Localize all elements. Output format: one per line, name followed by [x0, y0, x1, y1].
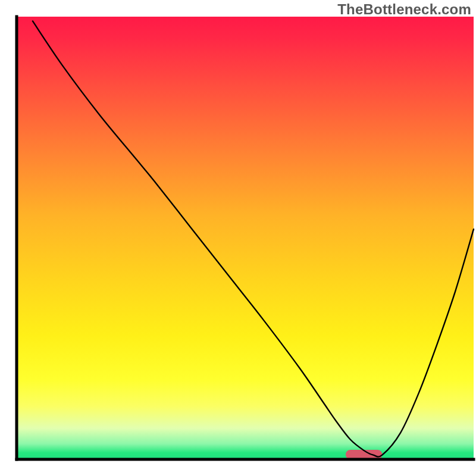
watermark-text: TheBottleneck.com [337, 1, 471, 18]
plot-background [17, 17, 474, 459]
chart-svg [0, 0, 476, 476]
bottleneck-chart: TheBottleneck.com [0, 0, 476, 476]
